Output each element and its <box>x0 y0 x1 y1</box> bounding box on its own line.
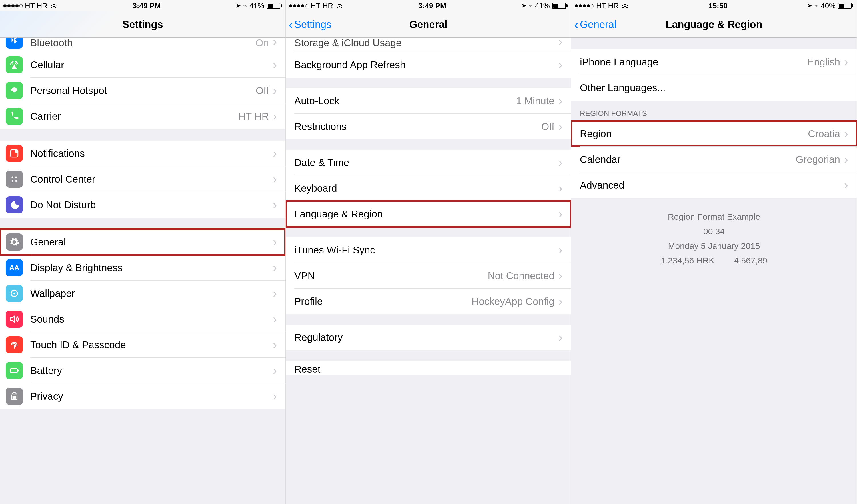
row-privacy[interactable]: Privacy › <box>0 383 285 409</box>
chevron-right-icon: › <box>558 181 562 195</box>
display-icon: AA <box>6 259 23 276</box>
chevron-right-icon: › <box>273 38 277 49</box>
row-date-time[interactable]: Date & Time › <box>286 150 571 175</box>
row-reset[interactable]: Reset <box>286 360 571 375</box>
row-label: Cellular <box>30 59 273 71</box>
row-wallpaper[interactable]: Wallpaper › <box>0 281 285 306</box>
chevron-right-icon: › <box>273 338 277 352</box>
row-storage-icloud-usage[interactable]: Storage & iCloud Usage › <box>286 38 571 52</box>
row-label: General <box>30 236 273 248</box>
row-label: Profile <box>294 296 472 307</box>
row-bluetooth[interactable]: Bluetooth On › <box>0 38 285 52</box>
bluetooth-icon <box>6 38 23 49</box>
row-personal-hotspot[interactable]: Personal Hotspot Off › <box>0 78 285 103</box>
row-iphone-language[interactable]: iPhone Language English › <box>571 49 857 75</box>
row-label: Carrier <box>30 111 238 122</box>
chevron-right-icon: › <box>273 235 277 249</box>
gear-icon <box>6 233 23 251</box>
example-number: 4.567,89 <box>734 253 768 268</box>
row-auto-lock[interactable]: Auto-Lock 1 Minute › <box>286 88 571 114</box>
row-label: Privacy <box>30 390 273 402</box>
example-time: 00:34 <box>577 224 851 239</box>
row-region[interactable]: Region Croatia › <box>571 121 857 147</box>
row-label: Keyboard <box>294 183 558 194</box>
notifications-icon <box>6 145 23 162</box>
row-label: Region <box>580 128 808 139</box>
row-label: Background App Refresh <box>294 59 558 71</box>
signal-strength-icon <box>575 4 594 7</box>
row-label: Personal Hotspot <box>30 85 256 96</box>
row-profile[interactable]: Profile HockeyApp Config › <box>286 289 571 314</box>
chevron-right-icon: › <box>558 331 562 344</box>
chevron-right-icon: › <box>273 84 277 97</box>
signal-strength-icon <box>289 4 308 7</box>
clock: 3:49 PM <box>133 1 161 10</box>
back-button[interactable]: ‹ General <box>574 12 617 37</box>
row-label: Regulatory <box>294 332 558 343</box>
row-label: iPhone Language <box>580 56 807 68</box>
navbar: ‹ General Language & Region <box>571 12 857 38</box>
sounds-icon <box>6 310 23 328</box>
chevron-left-icon: ‹ <box>574 18 579 31</box>
navbar: ‹ Settings General <box>286 12 571 38</box>
carrier-label: HT HR <box>25 1 47 10</box>
chevron-left-icon: ‹ <box>288 18 293 31</box>
chevron-right-icon: › <box>558 295 562 308</box>
back-button[interactable]: ‹ Settings <box>288 12 331 37</box>
row-advanced[interactable]: Advanced › <box>571 172 857 198</box>
row-carrier[interactable]: Carrier HT HR › <box>0 103 285 129</box>
moon-icon <box>6 196 23 214</box>
battery-row-icon <box>6 362 23 379</box>
row-touch-id-passcode[interactable]: Touch ID & Passcode › <box>0 332 285 358</box>
row-cellular[interactable]: Cellular › <box>0 52 285 78</box>
row-sounds[interactable]: Sounds › <box>0 306 285 332</box>
row-label: Other Languages... <box>580 82 848 94</box>
row-do-not-disturb[interactable]: Do Not Disturb › <box>0 192 285 218</box>
row-restrictions[interactable]: Restrictions Off › <box>286 114 571 139</box>
row-display-brightness[interactable]: AA Display & Brightness › <box>0 255 285 281</box>
back-label: General <box>580 19 617 31</box>
row-label: Reset <box>294 364 562 375</box>
row-value: Croatia <box>808 128 840 139</box>
row-label: Date & Time <box>294 157 558 168</box>
row-label: Storage & iCloud Usage <box>294 38 558 49</box>
row-other-languages[interactable]: Other Languages... <box>571 75 857 101</box>
row-battery[interactable]: Battery › <box>0 358 285 383</box>
row-calendar[interactable]: Calendar Gregorian › <box>571 147 857 172</box>
cellular-icon <box>6 56 23 73</box>
row-label: Touch ID & Passcode <box>30 339 273 351</box>
row-language-region[interactable]: Language & Region › <box>286 201 571 227</box>
svg-point-3 <box>15 177 17 178</box>
row-label: Wallpaper <box>30 288 273 299</box>
row-regulatory[interactable]: Regulatory › <box>286 324 571 350</box>
chevron-right-icon: › <box>558 207 562 221</box>
row-value: Gregorian <box>795 154 840 165</box>
row-vpn[interactable]: VPN Not Connected › <box>286 263 571 289</box>
wifi-icon <box>621 1 629 10</box>
chevron-right-icon: › <box>558 58 562 72</box>
row-notifications[interactable]: Notifications › <box>0 140 285 166</box>
location-icon: ➤ <box>521 2 526 10</box>
carrier-label: HT HR <box>596 1 619 10</box>
chevron-right-icon: › <box>844 178 848 192</box>
row-itunes-wifi-sync[interactable]: iTunes Wi-Fi Sync › <box>286 237 571 263</box>
battery-percent: 41% <box>249 1 264 10</box>
row-value: HT HR <box>238 111 269 122</box>
chevron-right-icon: › <box>844 127 848 140</box>
svg-rect-8 <box>10 369 17 373</box>
back-label: Settings <box>294 19 331 31</box>
row-control-center[interactable]: Control Center › <box>0 166 285 192</box>
carrier-label: HT HR <box>310 1 333 10</box>
row-label: iTunes Wi-Fi Sync <box>294 244 558 256</box>
navbar: Settings <box>0 12 285 38</box>
row-keyboard[interactable]: Keyboard › <box>286 175 571 201</box>
row-label: Display & Brightness <box>30 262 273 273</box>
svg-point-5 <box>15 180 17 182</box>
row-background-app-refresh[interactable]: Background App Refresh › <box>286 52 571 78</box>
row-label: Battery <box>30 365 273 376</box>
row-general[interactable]: General › <box>0 229 285 255</box>
chevron-right-icon: › <box>273 312 277 326</box>
bluetooth-icon: ⌁ <box>814 2 819 10</box>
wifi-icon <box>50 1 58 10</box>
location-icon: ➤ <box>807 2 812 10</box>
